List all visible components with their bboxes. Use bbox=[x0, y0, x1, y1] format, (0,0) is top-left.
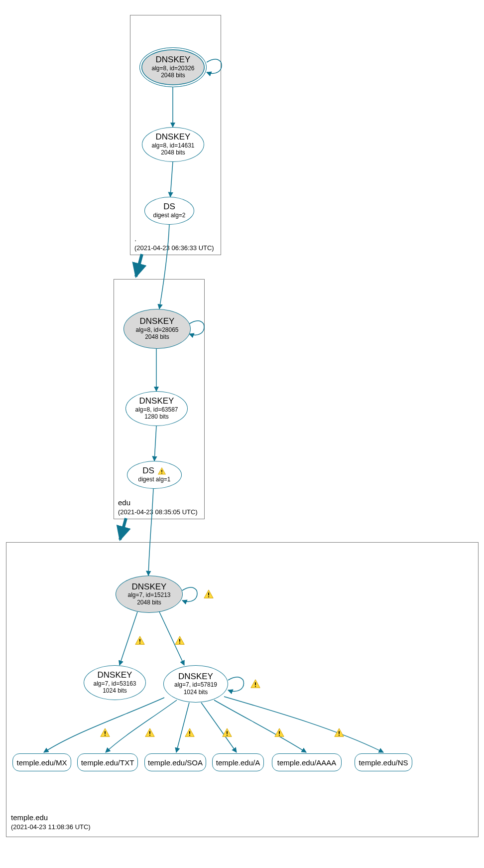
warning-icon bbox=[334, 727, 345, 738]
node-line3: 2048 bits bbox=[145, 333, 169, 340]
node-title: DNSKEY bbox=[156, 55, 191, 65]
rrset-label: temple.edu/TXT bbox=[81, 758, 134, 767]
node-line2: alg=7, id=57819 bbox=[174, 681, 217, 688]
node-line2: digest alg=2 bbox=[153, 212, 185, 219]
node-line2: alg=8, id=63587 bbox=[135, 406, 178, 413]
node-title: DNSKEY bbox=[140, 317, 175, 326]
node-line2: alg=7, id=53163 bbox=[93, 680, 136, 687]
node-title: DNSKEY bbox=[178, 672, 213, 682]
rrset-label: temple.edu/AAAA bbox=[277, 758, 336, 767]
dnskey-node-edu-zsk: DNSKEY alg=8, id=63587 1280 bits bbox=[125, 391, 188, 426]
rrset-label: temple.edu/NS bbox=[359, 758, 408, 767]
node-title: DS bbox=[163, 202, 175, 212]
warning-icon bbox=[157, 467, 166, 476]
rrset-label: temple.edu/SOA bbox=[148, 758, 203, 767]
node-title: DS bbox=[142, 466, 154, 476]
node-line2: alg=7, id=15213 bbox=[127, 591, 170, 598]
warning-icon bbox=[250, 679, 261, 690]
rrset-label: temple.edu/A bbox=[216, 758, 260, 767]
warning-icon bbox=[134, 635, 145, 646]
warning-icon bbox=[100, 727, 111, 738]
zone-root-timestamp: (2021-04-23 06:36:33 UTC) bbox=[134, 244, 214, 252]
node-line2: digest alg=1 bbox=[138, 476, 170, 483]
node-line2: alg=8, id=14631 bbox=[151, 142, 194, 149]
rrset-mx: temple.edu/MX bbox=[12, 753, 71, 771]
node-title: DNSKEY bbox=[156, 133, 191, 142]
rrset-aaaa: temple.edu/AAAA bbox=[272, 753, 342, 771]
warning-icon bbox=[184, 727, 195, 738]
zone-edu-name: edu bbox=[118, 498, 130, 507]
zone-temple-name: temple.edu bbox=[11, 813, 48, 822]
rrset-label: temple.edu/MX bbox=[17, 758, 67, 767]
node-line3: 2048 bits bbox=[161, 72, 185, 79]
rrset-ns: temple.edu/NS bbox=[355, 753, 412, 771]
node-title: DNSKEY bbox=[139, 397, 174, 406]
dnskey-node-root-zsk: DNSKEY alg=8, id=14631 2048 bits bbox=[142, 127, 204, 162]
dnskey-node-root-ksk: DNSKEY alg=8, id=20326 2048 bits bbox=[139, 47, 207, 87]
node-line2: alg=8, id=20326 bbox=[151, 65, 194, 72]
rrset-a: temple.edu/A bbox=[212, 753, 264, 771]
warning-icon bbox=[144, 727, 155, 738]
node-title: DNSKEY bbox=[132, 582, 167, 592]
dnssec-authentication-graph: . (2021-04-23 06:36:33 UTC) edu (2021-04… bbox=[0, 0, 484, 868]
node-line2: alg=8, id=28065 bbox=[135, 326, 178, 333]
ds-node-root: DS digest alg=2 bbox=[144, 197, 194, 225]
dnskey-node-temple-zsk2: DNSKEY alg=7, id=57819 1024 bits bbox=[163, 665, 228, 703]
node-line3: 1024 bits bbox=[103, 687, 127, 694]
zone-edu-timestamp: (2021-04-23 08:35:05 UTC) bbox=[118, 508, 198, 516]
dnskey-node-temple-zsk1: DNSKEY alg=7, id=53163 1024 bits bbox=[84, 665, 146, 700]
zone-temple bbox=[6, 542, 479, 837]
zone-temple-timestamp: (2021-04-23 11:08:36 UTC) bbox=[11, 823, 91, 831]
warning-icon bbox=[174, 635, 185, 646]
warning-icon bbox=[203, 589, 214, 600]
dnskey-node-temple-ksk: DNSKEY alg=7, id=15213 2048 bits bbox=[116, 576, 183, 613]
zone-root-name: . bbox=[134, 234, 136, 243]
warning-icon bbox=[274, 727, 285, 738]
warning-icon bbox=[222, 727, 233, 738]
node-line3: 2048 bits bbox=[161, 149, 185, 156]
rrset-txt: temple.edu/TXT bbox=[77, 753, 138, 771]
node-line3: 1280 bits bbox=[144, 413, 169, 420]
dnskey-node-edu-ksk: DNSKEY alg=8, id=28065 2048 bits bbox=[123, 309, 191, 349]
node-line3: 2048 bits bbox=[137, 599, 161, 606]
node-title: DNSKEY bbox=[98, 671, 132, 680]
ds-node-edu: DS digest alg=1 bbox=[127, 461, 182, 489]
rrset-soa: temple.edu/SOA bbox=[144, 753, 206, 771]
node-line3: 1024 bits bbox=[184, 689, 208, 696]
